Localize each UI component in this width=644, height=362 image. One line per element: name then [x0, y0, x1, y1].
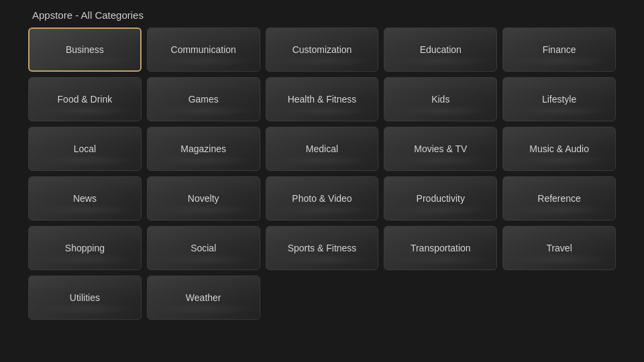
category-item-games[interactable]: Games: [147, 77, 260, 121]
category-item-business[interactable]: Business: [28, 27, 142, 72]
category-label-sports-fitness: Sports & Fitness: [282, 243, 362, 253]
category-label-movies-tv: Movies & TV: [409, 143, 472, 154]
category-item-health-fitness[interactable]: Health & Fitness: [266, 77, 379, 121]
category-item-photo-video[interactable]: Photo & Video: [266, 176, 379, 221]
category-label-photo-video: Photo & Video: [286, 193, 357, 204]
category-item-weather[interactable]: Weather: [147, 276, 260, 320]
category-label-health-fitness: Health & Fitness: [282, 94, 362, 105]
category-label-weather: Weather: [180, 292, 227, 303]
category-item-local[interactable]: Local: [28, 127, 142, 171]
category-label-transportation: Transportation: [405, 243, 476, 253]
category-item-education[interactable]: Education: [384, 27, 497, 72]
category-label-travel: Travel: [541, 243, 577, 253]
category-label-business: Business: [60, 44, 109, 55]
category-label-communication: Communication: [166, 44, 241, 55]
category-label-food-drink: Food & Drink: [52, 94, 118, 105]
category-item-communication[interactable]: Communication: [147, 27, 260, 72]
category-item-transportation[interactable]: Transportation: [384, 226, 497, 270]
category-item-kids[interactable]: Kids: [384, 77, 497, 121]
categories-grid: BusinessCommunicationCustomizationEducat…: [0, 27, 644, 320]
category-item-customization[interactable]: Customization: [266, 27, 379, 72]
category-label-reference: Reference: [532, 193, 586, 204]
category-label-magazines: Magazines: [175, 143, 231, 154]
category-label-customization: Customization: [287, 44, 358, 55]
page-title: Appstore - All Categories: [0, 0, 644, 27]
category-item-sports-fitness[interactable]: Sports & Fitness: [266, 226, 379, 270]
category-item-utilities[interactable]: Utilities: [28, 276, 142, 320]
category-item-productivity[interactable]: Productivity: [384, 176, 497, 221]
category-label-social: Social: [185, 243, 221, 253]
category-label-finance: Finance: [537, 44, 582, 55]
category-item-social[interactable]: Social: [147, 226, 260, 270]
category-item-shopping[interactable]: Shopping: [28, 226, 142, 270]
category-label-education: Education: [415, 44, 467, 55]
page-header: Appstore - All Categories: [0, 0, 644, 27]
category-label-local: Local: [68, 143, 101, 154]
category-label-medical: Medical: [301, 143, 343, 154]
category-item-magazines[interactable]: Magazines: [147, 127, 260, 171]
category-label-productivity: Productivity: [411, 193, 470, 204]
category-label-shopping: Shopping: [60, 243, 110, 253]
category-label-lifestyle: Lifestyle: [537, 94, 582, 105]
category-label-news: News: [68, 193, 102, 204]
category-item-travel[interactable]: Travel: [502, 226, 616, 270]
category-label-utilities: Utilities: [64, 292, 105, 303]
category-item-lifestyle[interactable]: Lifestyle: [502, 77, 616, 121]
category-item-novelty[interactable]: Novelty: [147, 176, 260, 221]
category-item-music-audio[interactable]: Music & Audio: [502, 127, 616, 171]
category-item-news[interactable]: News: [28, 176, 142, 221]
category-label-kids: Kids: [426, 94, 455, 105]
category-label-novelty: Novelty: [182, 193, 225, 204]
category-item-reference[interactable]: Reference: [502, 176, 616, 221]
category-item-movies-tv[interactable]: Movies & TV: [384, 127, 497, 171]
category-item-medical[interactable]: Medical: [266, 127, 379, 171]
category-label-games: Games: [183, 94, 224, 105]
category-label-music-audio: Music & Audio: [524, 143, 594, 154]
category-item-food-drink[interactable]: Food & Drink: [28, 77, 142, 121]
category-item-finance[interactable]: Finance: [502, 27, 616, 72]
